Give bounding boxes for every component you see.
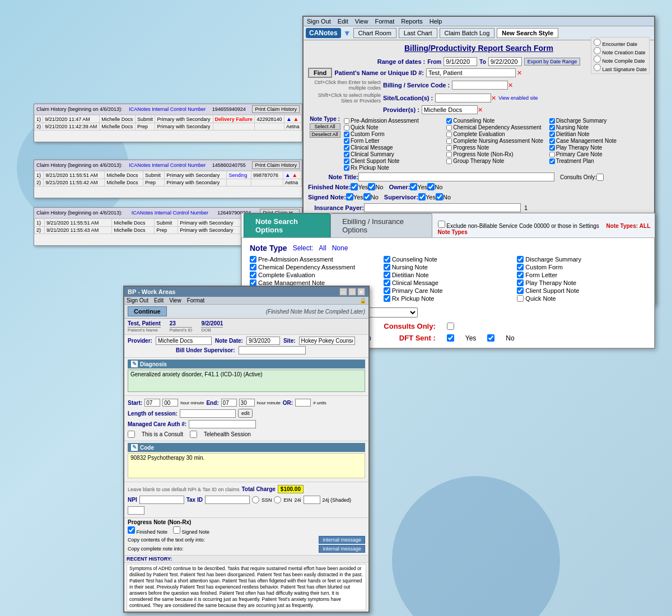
minimize-btn[interactable]: ─ (339, 288, 347, 296)
bp-supervisor-input[interactable] (239, 346, 306, 354)
nt-treatment-plan-cb[interactable] (549, 158, 555, 164)
bp-menu-view[interactable]: View (169, 297, 181, 304)
nt-form-letter-cb[interactable] (344, 138, 349, 144)
nt-chemical-cb[interactable] (446, 125, 452, 130)
tab-note-search[interactable]: Note Search Options (244, 213, 330, 237)
consults-only-main-cb[interactable] (447, 323, 454, 330)
dft-yes-cb[interactable] (447, 334, 454, 342)
consults-only-cb[interactable] (596, 174, 604, 181)
edit-btn[interactable]: edit (238, 409, 253, 418)
clear-provider-icon[interactable]: ✕ (478, 106, 483, 114)
nt-exp-discharge-cb[interactable] (517, 256, 524, 263)
finished-no-cb[interactable] (368, 183, 375, 190)
menu-view[interactable]: View (355, 18, 368, 25)
bp-menu-edit[interactable]: Edit (154, 297, 164, 304)
deselect-all-btn[interactable]: Deselect All (310, 131, 340, 138)
maximize-btn[interactable]: □ (348, 288, 356, 296)
nt-custom-cb[interactable] (344, 132, 349, 137)
last-chart-btn[interactable]: Last Chart (399, 28, 437, 38)
nt-play-therapy-cb[interactable] (549, 145, 555, 151)
nt-nursing-assess-cb[interactable] (446, 138, 452, 144)
chart-room-btn[interactable]: Chart Room (353, 28, 396, 38)
print-claim-btn-1[interactable]: Print Claim History (252, 105, 300, 113)
nt-exp-form-letter-cb[interactable] (517, 272, 524, 278)
patient-name-input[interactable] (426, 68, 516, 77)
clear-billing-icon[interactable]: ✕ (508, 82, 513, 89)
end-hour-input[interactable] (221, 399, 237, 407)
menu-edit[interactable]: Edit (338, 18, 348, 25)
select-all-btn[interactable]: Select All (310, 123, 340, 130)
billing-service-input[interactable] (452, 81, 508, 90)
nt-dietitian-cb[interactable] (549, 132, 555, 137)
date-to-input[interactable] (488, 57, 522, 66)
finished-yes-cb[interactable] (351, 183, 358, 190)
nt-primary-care-cb[interactable] (549, 152, 555, 157)
length-input[interactable] (180, 409, 236, 418)
exclude-nonbillable-tab-cb[interactable] (438, 221, 445, 228)
find-button[interactable]: Find (308, 68, 332, 78)
nt-exp-counseling-cb[interactable] (384, 256, 390, 263)
nt-exp-complete-eval-cb[interactable] (250, 272, 256, 278)
nt-exp-play-therapy-cb[interactable] (517, 279, 524, 286)
supervisor-yes-cb[interactable] (418, 193, 426, 200)
nt-exp-pre-admission-cb[interactable] (250, 256, 256, 263)
24i-input[interactable] (304, 496, 320, 504)
ein-radio[interactable] (274, 496, 281, 503)
bp-menu-format[interactable]: Format (187, 297, 205, 304)
ssn-radio[interactable] (252, 496, 259, 503)
nt-client-support-cb[interactable] (344, 158, 349, 164)
units-input[interactable] (295, 399, 311, 407)
note-title-input[interactable] (358, 172, 554, 181)
start-hour-input[interactable] (144, 399, 160, 407)
signed-note-prog-cb[interactable] (173, 526, 180, 534)
copy-text-btn[interactable]: internal message (319, 536, 365, 544)
menu-help[interactable]: Help (430, 18, 442, 25)
nt-exp-custom-cb[interactable] (517, 264, 524, 270)
close-btn[interactable]: ✕ (357, 288, 365, 296)
menu-format[interactable]: Format (375, 18, 394, 25)
view-enabled-link[interactable]: View enabled site (498, 95, 538, 101)
nt-group-therapy-cb[interactable] (446, 158, 452, 164)
date-from-input[interactable] (444, 57, 477, 66)
clear-site-icon[interactable]: ✕ (491, 95, 496, 102)
nt-quick-cb[interactable] (344, 125, 349, 130)
nt-case-mgmt-cb[interactable] (549, 138, 555, 144)
nt-progress-cb[interactable] (446, 145, 452, 151)
select-all-link[interactable]: All (319, 244, 326, 252)
print-claim-btn-2[interactable]: Print Claim History (252, 161, 300, 169)
signed-no-cb[interactable] (363, 193, 371, 200)
claim-batch-log-btn[interactable]: Claim Batch Log (440, 28, 495, 38)
nt-progress-nonrx-cb[interactable] (446, 152, 452, 157)
nt-complete-eval-cb[interactable] (446, 132, 452, 137)
bp-menu-signout[interactable]: Sign Out (127, 297, 148, 304)
nt-counseling-cb[interactable] (446, 118, 452, 124)
bp-site-input[interactable] (299, 337, 355, 345)
finished-note-prog-cb[interactable] (128, 526, 135, 534)
tab-ebilling[interactable]: Ebilling / Insurance Options (330, 213, 432, 237)
npi-input[interactable] (139, 496, 184, 504)
nt-exp-dietitian-cb[interactable] (384, 272, 390, 278)
signed-yes-cb[interactable] (346, 193, 353, 200)
nt-rx-pickup-cb[interactable] (344, 165, 349, 171)
date-opt-compile-radio[interactable] (594, 55, 601, 63)
telehealth-session-cb[interactable] (190, 431, 197, 438)
bp-provider-input[interactable] (156, 337, 212, 345)
site-input[interactable] (435, 94, 491, 102)
consult-cb[interactable] (128, 431, 135, 438)
export-date-range-btn[interactable]: Export by Date Range (524, 58, 581, 66)
end-min-input[interactable] (239, 399, 255, 407)
start-min-input[interactable] (162, 399, 178, 407)
owner-yes-cb[interactable] (410, 183, 417, 190)
nt-pre-admission-cb[interactable] (344, 118, 349, 124)
nt-nursing-cb[interactable] (549, 125, 555, 130)
nt-exp-nursing-cb[interactable] (384, 264, 390, 270)
date-opt-signature-radio[interactable] (594, 64, 601, 71)
menu-signout[interactable]: Sign Out (307, 18, 331, 25)
dft-no-cb[interactable] (487, 334, 494, 342)
ins-payer-input[interactable] (364, 203, 521, 212)
date-opt-encounter-radio[interactable] (594, 39, 601, 46)
copy-note-btn[interactable]: internal message (319, 545, 365, 553)
select-none-link[interactable]: None (332, 244, 348, 252)
supervisor-no-cb[interactable] (436, 193, 443, 200)
clear-patient-icon[interactable]: ✕ (517, 69, 522, 77)
